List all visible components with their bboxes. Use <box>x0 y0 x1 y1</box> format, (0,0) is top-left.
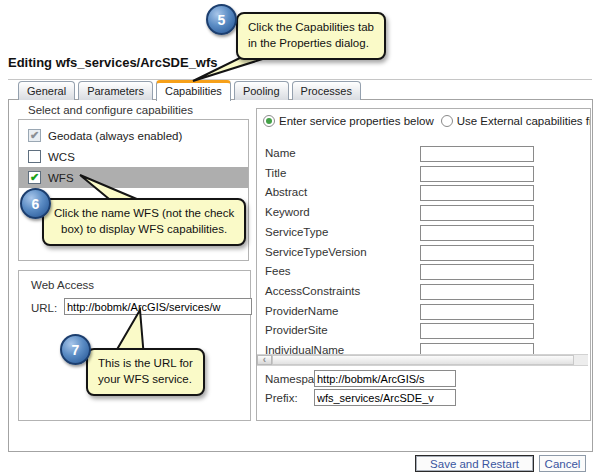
callout-6-balloon: Click the name WFS (not the check box) t… <box>42 198 246 246</box>
capability-label-wfs[interactable]: WFS <box>48 172 74 184</box>
callout-7-badge: 7 <box>60 334 91 365</box>
field-input-servicetype[interactable] <box>420 225 534 241</box>
scroll-left-arrow-icon[interactable]: ‹ <box>257 355 272 365</box>
scrollbar-thumb[interactable] <box>272 355 574 365</box>
field-label-servicetypeversion: ServiceTypeVersion <box>265 246 367 258</box>
capability-row-geodata[interactable]: ✔Geodata (always enabled) <box>19 125 248 146</box>
namespace-input[interactable] <box>314 370 456 387</box>
prefix-input[interactable] <box>314 389 456 406</box>
field-label-name: Name <box>265 147 296 159</box>
field-label-keyword: Keyword <box>265 206 310 218</box>
field-input-keyword[interactable] <box>420 205 534 221</box>
field-label-title: Title <box>265 167 286 179</box>
web-access-heading: Web Access <box>31 279 94 291</box>
capability-row-wfs[interactable]: ✔WFS <box>19 167 248 188</box>
radio-label: Use External capabilities files <box>457 115 591 127</box>
tab-parameters[interactable]: Parameters <box>78 81 153 100</box>
service-properties-panel: Enter service properties belowUse Extern… <box>256 108 591 421</box>
save-and-restart-button[interactable]: Save and Restart <box>415 455 534 472</box>
screenshot-root: Editing wfs_services/ArcSDE_wfs GeneralP… <box>0 0 600 476</box>
field-label-fees: Fees <box>265 265 291 277</box>
url-label: URL: <box>31 302 57 314</box>
tab-strip: GeneralParametersCapabilitiesPoolingProc… <box>18 80 361 100</box>
field-input-fees[interactable] <box>420 264 534 280</box>
field-input-providername[interactable] <box>420 304 534 320</box>
url-input[interactable] <box>64 298 252 315</box>
cancel-button[interactable]: Cancel <box>539 455 586 472</box>
field-input-title[interactable] <box>420 166 534 182</box>
capability-label-wcs[interactable]: WCS <box>48 151 75 163</box>
field-label-servicetype: ServiceType <box>265 226 328 238</box>
tab-pooling[interactable]: Pooling <box>234 81 289 100</box>
field-input-name[interactable] <box>420 146 534 162</box>
capability-row-wcs[interactable]: WCS <box>19 146 248 167</box>
radio-label: Enter service properties below <box>279 115 434 127</box>
capabilities-heading: Select and configure capabilities <box>28 104 193 116</box>
callout-5-badge: 5 <box>206 4 237 35</box>
radio-icon[interactable] <box>441 115 453 127</box>
radio-option-1[interactable]: Use External capabilities files <box>441 115 591 127</box>
field-input-providersite[interactable] <box>420 323 534 339</box>
field-label-accessconstraints: AccessConstraints <box>265 285 360 297</box>
field-input-abstract[interactable] <box>420 185 534 201</box>
callout-5-balloon: Click the Capabilities tab in the Proper… <box>236 12 386 60</box>
capability-label-geodata[interactable]: Geodata (always enabled) <box>48 130 182 142</box>
tab-processes[interactable]: Processes <box>292 81 361 100</box>
callout-7-balloon: This is the URL for your WFS service. <box>86 348 205 396</box>
web-access-group: Web Access URL: <box>18 270 251 421</box>
checkbox-wfs[interactable]: ✔ <box>28 171 41 184</box>
prefix-label: Prefix: <box>265 392 298 404</box>
field-label-abstract: Abstract <box>265 186 307 198</box>
field-label-providername: ProviderName <box>265 305 339 317</box>
horizontal-scrollbar[interactable]: ‹ <box>257 354 588 366</box>
field-label-providersite: ProviderSite <box>265 324 328 336</box>
tab-capabilities[interactable]: Capabilities <box>156 80 231 101</box>
radio-option-0[interactable]: Enter service properties below <box>263 115 434 127</box>
radio-icon[interactable] <box>263 115 275 127</box>
checkbox-geodata: ✔ <box>28 129 41 142</box>
callout-6-badge: 6 <box>20 188 51 219</box>
field-input-accessconstraints[interactable] <box>420 284 534 300</box>
checkbox-wcs[interactable] <box>28 150 41 163</box>
field-input-servicetypeversion[interactable] <box>420 245 534 261</box>
page-title: Editing wfs_services/ArcSDE_wfs <box>8 55 218 70</box>
tab-general[interactable]: General <box>18 81 75 100</box>
radio-row: Enter service properties belowUse Extern… <box>263 115 591 127</box>
properties-dialog: Select and configure capabilities ✔Geoda… <box>8 99 593 452</box>
